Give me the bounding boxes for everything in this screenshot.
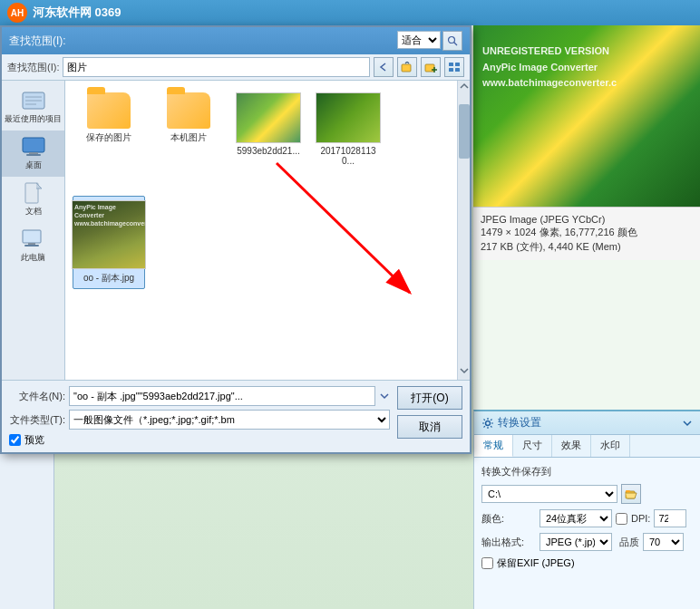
dialog-toolbar: 查找范围(I): — [2, 54, 470, 81]
open-button[interactable]: 打开(O) — [397, 386, 462, 410]
file-name-saved: 保存的图片 — [86, 131, 131, 144]
nav-docs[interactable]: 文档 — [2, 177, 64, 223]
exif-label: 保留EXIF (JPEG) — [497, 556, 575, 570]
settings-tabs: 常规 尺寸 效果 水印 — [474, 435, 700, 458]
file-grid-container: 保存的图片 本机图片 5993eb2dd21... — [65, 81, 470, 380]
nav-recent[interactable]: 最近使用的项目 — [2, 84, 64, 130]
nav-mypc[interactable]: 此电脑 — [2, 223, 64, 269]
quality-label: 品质 — [619, 536, 639, 549]
dpi-label: DPI: — [631, 513, 650, 524]
filename-input[interactable] — [69, 386, 375, 406]
save-path-label: 转换文件保存到 — [481, 465, 551, 478]
svg-rect-41 — [23, 138, 44, 152]
settings-tab-watermark[interactable]: 水印 — [591, 435, 630, 457]
thumb-watermark-2: www.batchimageconverter.c — [74, 219, 143, 227]
nav-recent-icon — [21, 90, 46, 111]
preview-info-line2: 1479 × 1024 像素, 16,777,216 颜色 — [481, 226, 693, 239]
dialog-nav: 最近使用的项目 桌面 文档 此电脑 — [2, 81, 65, 380]
format-label: 输出格式: — [481, 536, 536, 549]
file-item-saved-pics[interactable]: 保存的图片 — [73, 88, 145, 170]
svg-rect-35 — [449, 68, 453, 72]
footer-inputs: 文件名(N): 文件类型(T): 一般图像文件（*.jpeg;*.jpg;*.g… — [9, 386, 390, 447]
path-prefix: 查找范围(I): — [7, 61, 59, 74]
color-select[interactable]: 24位真彩 — [540, 509, 612, 527]
file-item-1[interactable]: 5993eb2dd21... — [232, 88, 305, 170]
dialog-title: 查找范围(I): — [9, 34, 66, 49]
svg-rect-30 — [425, 64, 434, 72]
scroll-thumb[interactable] — [459, 104, 470, 159]
app-logo: AH — [7, 3, 27, 23]
file-open-dialog: 查找范围(I): 适合 查找范围(I): — [0, 25, 472, 454]
color-row: 颜色: 24位真彩 DPI: — [481, 509, 693, 527]
settings-tab-normal[interactable]: 常规 — [474, 435, 513, 457]
preview-info: JPEG Image (JPEG YCbCr) 1479 × 1024 像素, … — [473, 207, 700, 260]
svg-rect-44 — [25, 183, 38, 203]
svg-rect-47 — [24, 245, 39, 246]
save-path-row: 转换文件保存到 — [481, 465, 693, 478]
svg-rect-29 — [402, 64, 411, 72]
filetype-label: 文件类型(T): — [9, 413, 65, 427]
nav-pc-label: 此电脑 — [21, 252, 45, 264]
exif-checkbox[interactable] — [481, 557, 493, 569]
file-item-selected[interactable]: AnyPic Image Converter www.batchimagecon… — [73, 196, 145, 289]
thumb-selected-bg: AnyPic Image Converter www.batchimagecon… — [73, 201, 145, 268]
settings-tab-effect[interactable]: 效果 — [552, 435, 591, 457]
save-path-input-row: C:\ — [481, 484, 693, 504]
svg-line-28 — [454, 43, 458, 46]
nav-desktop-label: 桌面 — [25, 160, 42, 171]
filename-dropdown-icon[interactable] — [379, 387, 390, 405]
file-item-local-pics[interactable]: 本机图片 — [152, 88, 225, 170]
quality-select[interactable]: 70 — [643, 533, 684, 551]
svg-rect-45 — [23, 230, 41, 243]
footer-main: 文件名(N): 文件类型(T): 一般图像文件（*.jpeg;*.jpg;*.g… — [9, 386, 462, 447]
file-name-selected: oo - 副本.jpg — [83, 272, 134, 285]
settings-body: 转换文件保存到 C:\ 颜色: 24位真彩 DPI: 输出格式: JPEG (*… — [474, 458, 700, 577]
folder-icon-local — [167, 92, 210, 129]
thumb-nature-bg — [237, 93, 300, 142]
filename-row: 文件名(N): — [9, 386, 390, 406]
preview-checkbox-row: 预览 — [9, 433, 390, 447]
preview-area: UNREGISTERED VERSION AnyPic Image Conver… — [473, 25, 700, 207]
preview-checkbox[interactable] — [9, 434, 21, 446]
view-select[interactable]: 适合 — [397, 31, 441, 49]
file-thumb-1 — [236, 92, 301, 143]
settings-collapse-icon[interactable] — [682, 418, 693, 429]
format-row: 输出格式: JPEG (*.jp) 品质 70 — [481, 533, 693, 551]
scrollbar[interactable] — [457, 81, 470, 380]
nav-desktop-icon — [21, 136, 46, 158]
nav-pc-icon — [21, 228, 46, 250]
file-name-1: 5993eb2dd21... — [237, 146, 300, 156]
svg-point-27 — [449, 37, 455, 44]
search-button[interactable] — [442, 31, 462, 51]
file-thumb-2 — [316, 92, 381, 143]
back-button[interactable] — [374, 57, 394, 77]
footer-buttons: 打开(O) 取消 — [397, 386, 462, 439]
file-item-2[interactable]: 201710281130... — [312, 88, 384, 170]
logo-text: AH — [11, 8, 24, 18]
nav-docs-label: 文档 — [25, 206, 42, 218]
svg-rect-43 — [26, 154, 41, 156]
watermark-line3: www.batchimageconverter.c — [482, 75, 691, 92]
nav-desktop[interactable]: 桌面 — [2, 130, 64, 177]
settings-title: 转换设置 — [481, 415, 541, 430]
folder-up-button[interactable] — [397, 57, 417, 77]
settings-tab-size[interactable]: 尺寸 — [513, 435, 552, 457]
filetype-select[interactable]: 一般图像文件（*.jpeg;*.jpg;*.gif;*.bm — [69, 410, 390, 430]
browse-folder-button[interactable] — [621, 484, 641, 504]
watermark-line1: UNREGISTERED VERSION — [482, 44, 691, 60]
svg-rect-36 — [455, 68, 460, 72]
color-label: 颜色: — [481, 512, 536, 526]
save-path-select[interactable]: C:\ — [481, 485, 617, 503]
format-select[interactable]: JPEG (*.jp) — [540, 533, 612, 551]
dialog-body: 最近使用的项目 桌面 文档 此电脑 — [2, 81, 470, 380]
watermark-line2: AnyPic Image Converter — [482, 60, 691, 76]
new-folder-button[interactable] — [421, 57, 441, 77]
svg-rect-33 — [449, 63, 453, 66]
thumb-watermark-1: AnyPic Image Converter — [74, 203, 143, 219]
dpi-checkbox[interactable] — [616, 513, 627, 525]
settings-title-text: 转换设置 — [498, 415, 541, 430]
cancel-button[interactable]: 取消 — [397, 415, 462, 439]
path-input[interactable] — [63, 57, 370, 77]
view-toggle-button[interactable] — [444, 57, 464, 77]
dpi-input[interactable] — [654, 509, 686, 527]
